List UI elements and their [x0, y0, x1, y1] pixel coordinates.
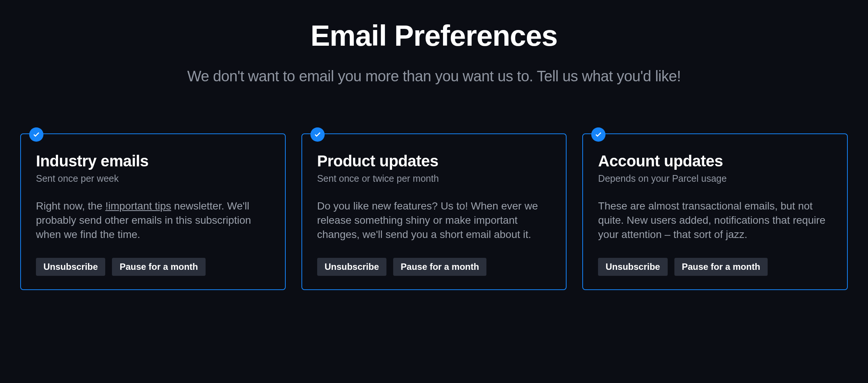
important-tips-link[interactable]: !important tips	[105, 200, 171, 212]
check-icon	[29, 127, 43, 142]
card-description-text-prefix: Right now, the	[36, 200, 105, 212]
preference-cards: Industry emails Sent once per week Right…	[15, 133, 853, 290]
card-frequency: Depends on your Parcel usage	[598, 173, 832, 184]
card-description: These are almost transactional emails, b…	[598, 199, 832, 241]
card-title: Account updates	[598, 152, 832, 170]
check-icon	[310, 127, 325, 142]
page-title: Email Preferences	[15, 19, 853, 53]
card-buttons: Unsubscribe Pause for a month	[36, 258, 270, 276]
card-frequency: Sent once or twice per month	[317, 173, 551, 184]
unsubscribe-button[interactable]: Unsubscribe	[36, 258, 105, 276]
unsubscribe-button[interactable]: Unsubscribe	[598, 258, 667, 276]
card-industry-emails: Industry emails Sent once per week Right…	[20, 133, 286, 290]
pause-button[interactable]: Pause for a month	[393, 258, 486, 276]
unsubscribe-button[interactable]: Unsubscribe	[317, 258, 386, 276]
card-product-updates: Product updates Sent once or twice per m…	[301, 133, 567, 290]
card-description: Right now, the !important tips newslette…	[36, 199, 270, 241]
check-icon	[591, 127, 606, 142]
pause-button[interactable]: Pause for a month	[674, 258, 768, 276]
page-header: Email Preferences We don't want to email…	[15, 19, 853, 85]
card-frequency: Sent once per week	[36, 173, 270, 184]
pause-button[interactable]: Pause for a month	[112, 258, 205, 276]
page-subtitle: We don't want to email you more than you…	[15, 68, 853, 85]
card-title: Industry emails	[36, 152, 270, 170]
card-buttons: Unsubscribe Pause for a month	[317, 258, 551, 276]
card-account-updates: Account updates Depends on your Parcel u…	[582, 133, 848, 290]
card-buttons: Unsubscribe Pause for a month	[598, 258, 832, 276]
card-description: Do you like new features? Us to! When ev…	[317, 199, 551, 241]
card-title: Product updates	[317, 152, 551, 170]
